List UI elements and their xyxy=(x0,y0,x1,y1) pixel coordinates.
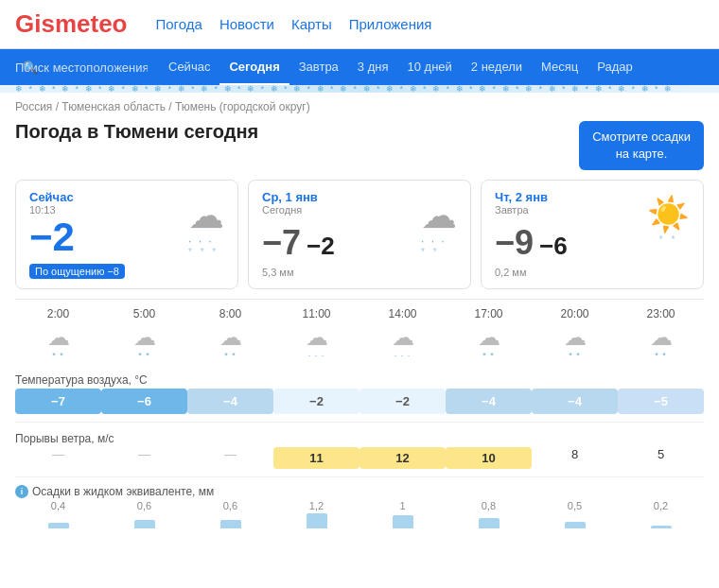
card-now-feels: По ощущению −8 xyxy=(29,264,125,279)
cards-row: Сейчас 10:13 −2 По ощущению −8 ☁· · · * … xyxy=(0,180,719,298)
precip-cell-6: 0,8 xyxy=(446,500,532,528)
nav-apps[interactable]: Приложения xyxy=(349,16,432,32)
page-title: Погода в Тюмени сегодня xyxy=(15,121,258,143)
tab-seychas[interactable]: Сейчас xyxy=(159,49,219,85)
nav-news[interactable]: Новости xyxy=(219,16,274,32)
card-today-icon: ☁· · · * * xyxy=(421,190,457,257)
page-header: Погода в Тюмени сегодня Смотрите осадкин… xyxy=(0,117,719,180)
nav-weather[interactable]: Погода xyxy=(156,16,202,32)
temp-bar-row: −7 −6 −4 −2 −2 −4 −4 −5 xyxy=(15,389,704,414)
temp-section-title: Температура воздуха, °С xyxy=(15,368,704,389)
hour-col-3: 8:00 ☁ * * xyxy=(187,307,273,361)
tab-segodnya[interactable]: Сегодня xyxy=(219,49,289,85)
hour-col-7: 20:00 ☁ * * xyxy=(532,307,618,361)
hour-col-4: 11:00 ☁ · · · xyxy=(273,307,360,361)
precip-row: 0,4 0,6 0,6 1,2 1 0,8 0,5 0,2 xyxy=(15,500,704,528)
search-icon: 🔍 xyxy=(23,61,38,75)
temp-cell-4: −2 xyxy=(273,389,360,414)
precip-label-text: Осадки в жидком эквиваленте, мм xyxy=(32,485,214,498)
header: Gismeteo Погода Новости Карты Приложения xyxy=(0,0,719,49)
temp-cell-1: −7 xyxy=(15,389,101,414)
wind-cell-7: 8 xyxy=(532,447,618,469)
hour-col-2: 5:00 ☁ * * xyxy=(101,307,187,361)
tab-3days[interactable]: 3 дня xyxy=(348,49,398,85)
precip-cell-2: 0,6 xyxy=(101,500,187,528)
hour-col-1: 2:00 ☁ * * xyxy=(15,307,101,361)
wind-cell-5: 12 xyxy=(360,447,446,469)
breadcrumb: Россия / Тюменская область / Тюмень (гор… xyxy=(0,93,719,117)
wind-bar-row: — — — 11 12 10 8 5 xyxy=(15,447,704,469)
card-today-date: Ср, 1 янв xyxy=(262,190,335,204)
nav-maps[interactable]: Карты xyxy=(291,16,332,32)
card-tomorrow-subtitle: Завтра xyxy=(495,204,568,216)
temp-cell-5: −2 xyxy=(360,389,446,414)
wind-cell-3: — xyxy=(187,447,273,469)
wind-cell-6: 10 xyxy=(446,447,532,469)
precip-cell-7: 0,5 xyxy=(532,500,618,528)
card-tomorrow: Чт, 2 янв Завтра −9 −6 0,2 мм ☀️ * * xyxy=(481,180,704,288)
card-tomorrow-low: −9 xyxy=(495,223,534,263)
card-tomorrow-icon: ☀️ * * xyxy=(647,190,690,245)
divider-2 xyxy=(15,476,704,477)
precip-cell-4: 1,2 xyxy=(273,500,360,528)
hourly-row: 2:00 ☁ * * 5:00 ☁ * * 8:00 ☁ * * 11:00 ☁… xyxy=(15,299,704,369)
nav: Погода Новости Карты Приложения xyxy=(156,16,432,32)
card-tomorrow-precip: 0,2 мм xyxy=(495,267,568,278)
wind-section-title: Порывы ветра, м/с xyxy=(15,426,704,447)
precip-cell-5: 1 xyxy=(360,500,446,528)
tab-month[interactable]: Месяц xyxy=(532,49,587,85)
temp-cell-6: −4 xyxy=(446,389,532,414)
hourly-section: 2:00 ☁ * * 5:00 ☁ * * 8:00 ☁ * * 11:00 ☁… xyxy=(0,299,719,529)
divider-1 xyxy=(15,422,704,423)
card-tomorrow-date: Чт, 2 янв xyxy=(495,190,568,204)
precip-cell-3: 0,6 xyxy=(187,500,273,528)
card-now-icon: ☁· · · * * * xyxy=(188,190,224,257)
logo[interactable]: Gismeteo xyxy=(15,9,128,39)
precip-section-title: i Осадки в жидком эквиваленте, мм xyxy=(15,481,704,500)
hour-col-8: 23:00 ☁ * * xyxy=(618,307,704,361)
card-today-precip: 5,3 мм xyxy=(262,267,335,278)
card-today: Ср, 1 янв Сегодня −7 −2 5,3 мм ☁· · · * … xyxy=(248,180,471,288)
temp-cell-8: −5 xyxy=(618,389,704,414)
wind-cell-4: 11 xyxy=(273,447,360,469)
info-icon[interactable]: i xyxy=(15,485,28,498)
card-now-label: Сейчас xyxy=(29,190,125,204)
tab-2weeks[interactable]: 2 недели xyxy=(462,49,532,85)
wind-cell-1: — xyxy=(15,447,101,469)
tab-radar[interactable]: Радар xyxy=(587,49,642,85)
precip-cell-8: 0,2 xyxy=(618,500,704,528)
card-today-high: −2 xyxy=(307,232,335,261)
temp-cell-3: −4 xyxy=(187,389,273,414)
card-today-low: −7 xyxy=(262,223,301,263)
temp-cell-2: −6 xyxy=(101,389,187,414)
hour-col-6: 17:00 ☁ * * xyxy=(446,307,532,361)
wind-cell-8: 5 xyxy=(618,447,704,469)
tab-zavtra[interactable]: Завтра xyxy=(289,49,348,85)
search-wrap: 🔍 xyxy=(15,61,148,75)
card-tomorrow-high: −6 xyxy=(539,232,568,261)
precip-cell-1: 0,4 xyxy=(15,500,101,528)
decoration-bar: ❄ * ❄ * ❄ * ❄ * ❄ * ❄ * ❄ * ❄ * ❄ * ❄ * … xyxy=(0,85,719,93)
hour-col-5: 14:00 ☁ · · · xyxy=(360,307,446,361)
card-now: Сейчас 10:13 −2 По ощущению −8 ☁· · · * … xyxy=(15,180,238,288)
rain-map-button[interactable]: Смотрите осадкина карте. xyxy=(579,121,704,170)
temp-cell-7: −4 xyxy=(532,389,618,414)
tabbar: 🔍 Сейчас Сегодня Завтра 3 дня 10 дней 2 … xyxy=(0,49,719,85)
tab-10days[interactable]: 10 дней xyxy=(398,49,462,85)
card-today-subtitle: Сегодня xyxy=(262,204,335,216)
card-now-temp: −2 xyxy=(29,216,125,259)
wind-cell-2: — xyxy=(101,447,187,469)
